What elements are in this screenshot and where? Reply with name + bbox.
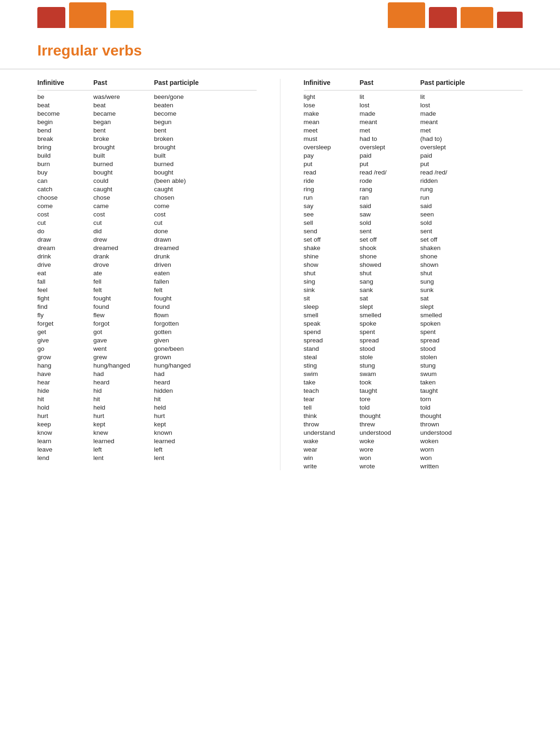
table-row: ringrangrung — [304, 185, 523, 193]
left-header-col3: Past participle — [154, 79, 229, 86]
left-table-header: Infinitive Past Past participle — [37, 79, 257, 91]
table-row: knowknewknown — [37, 428, 257, 437]
color-block-2 — [69, 2, 106, 28]
table-row: throwthrewthrown — [304, 420, 523, 428]
table-row: bewas/werebeen/gone — [37, 92, 257, 101]
table-row: lightlitlit — [304, 92, 523, 101]
table-row: drivedrovedriven — [37, 260, 257, 269]
table-row: catchcaughtcaught — [37, 185, 257, 193]
color-block-3 — [110, 10, 133, 28]
table-row: wakewokewoken — [304, 437, 523, 445]
table-row: dreamdreameddreamed — [37, 244, 257, 252]
table-row: givegavegiven — [37, 336, 257, 344]
table-row: smellsmelledsmelled — [304, 311, 523, 319]
table-row: hidehidhidden — [37, 386, 257, 395]
table-row: sleepsleptslept — [304, 302, 523, 311]
table-row: singsangsung — [304, 277, 523, 285]
table-row: oversleepoversleptoverslept — [304, 143, 523, 151]
table-row: leaveleftleft — [37, 445, 257, 453]
table-row: beginbeganbegun — [37, 118, 257, 126]
table-row: understandunderstoodunderstood — [304, 428, 523, 437]
table-row: swimswamswum — [304, 369, 523, 378]
table-row: hanghung/hangedhung/hanged — [37, 361, 257, 369]
table-row: eatateeaten — [37, 269, 257, 277]
color-block-7 — [497, 12, 523, 28]
table-row: shineshoneshone — [304, 252, 523, 260]
table-row: spendspentspent — [304, 327, 523, 336]
table-row: spreadspreadspread — [304, 336, 523, 344]
table-row: burnburnedburned — [37, 160, 257, 168]
table-row: holdheldheld — [37, 403, 257, 411]
table-row: cancould(been able) — [37, 176, 257, 185]
table-row: cutcutcut — [37, 218, 257, 227]
table-row: teartoretorn — [304, 395, 523, 403]
table-row: choosechosechosen — [37, 193, 257, 202]
table-row: hurthurthurt — [37, 411, 257, 420]
table-row: feelfeltfelt — [37, 285, 257, 294]
table-row: learnlearnedlearned — [37, 437, 257, 445]
table-row: saysaidsaid — [304, 202, 523, 210]
color-block-4 — [388, 2, 425, 28]
right-header-col2: Past — [360, 79, 420, 86]
right-verb-table: Infinitive Past Past participle lightlit… — [304, 79, 523, 470]
table-row: sendsentsent — [304, 227, 523, 235]
table-row: stingstungstung — [304, 361, 523, 369]
table-row: stealstolestolen — [304, 353, 523, 361]
left-verb-table: Infinitive Past Past participle bewas/we… — [37, 79, 257, 470]
table-row: meanmeantmeant — [304, 118, 523, 126]
table-row: drinkdrankdrunk — [37, 252, 257, 260]
left-verb-rows: bewas/werebeen/gonebeatbeatbeatenbecomeb… — [37, 92, 257, 462]
right-header-col1: Infinitive — [304, 79, 360, 86]
column-divider — [280, 79, 280, 470]
table-row: wearworeworn — [304, 445, 523, 453]
header-section: Irregular verbs — [0, 28, 560, 70]
table-row: buildbuiltbuilt — [37, 151, 257, 160]
color-block-6 — [461, 7, 493, 28]
table-row: set offset offset off — [304, 235, 523, 244]
table-row: keepkeptkept — [37, 420, 257, 428]
table-row: fightfoughtfought — [37, 294, 257, 302]
table-row: dodiddone — [37, 227, 257, 235]
table-row: comecamecome — [37, 202, 257, 210]
table-row: winwonwon — [304, 453, 523, 462]
table-row: runranrun — [304, 193, 523, 202]
table-row: shakeshookshaken — [304, 244, 523, 252]
table-row: telltoldtold — [304, 403, 523, 411]
table-row: buyboughtbought — [37, 168, 257, 176]
color-block-1 — [37, 7, 65, 28]
table-row: beatbeatbeaten — [37, 101, 257, 109]
table-row: writewrotewritten — [304, 462, 523, 470]
right-header-col3: Past participle — [420, 79, 495, 86]
table-row: readread /red/read /red/ — [304, 168, 523, 176]
left-header-col1: Infinitive — [37, 79, 93, 86]
table-row: putputput — [304, 160, 523, 168]
table-row: getgotgotten — [37, 327, 257, 336]
table-row: becomebecamebecome — [37, 109, 257, 118]
table-row: speakspokespoken — [304, 319, 523, 327]
page-title: Irregular verbs — [37, 37, 523, 64]
color-block-5 — [429, 7, 457, 28]
table-row: breakbrokebroken — [37, 134, 257, 143]
table-row: growgrewgrown — [37, 353, 257, 361]
table-row: bendbentbent — [37, 126, 257, 134]
table-row: findfoundfound — [37, 302, 257, 311]
table-row: makemademade — [304, 109, 523, 118]
table-row: costcostcost — [37, 210, 257, 218]
table-row: loselostlost — [304, 101, 523, 109]
table-row: rideroderidden — [304, 176, 523, 185]
table-row: teachtaughttaught — [304, 386, 523, 395]
table-row: taketooktaken — [304, 378, 523, 386]
top-bar — [0, 0, 560, 28]
right-table-header: Infinitive Past Past participle — [304, 79, 523, 91]
right-verb-rows: lightlitlitloselostlostmakemademademeanm… — [304, 92, 523, 470]
table-row: paypaidpaid — [304, 151, 523, 160]
left-header-col2: Past — [93, 79, 154, 86]
table-row: thinkthoughtthought — [304, 411, 523, 420]
table-row: shutshutshut — [304, 269, 523, 277]
table-row: sellsoldsold — [304, 218, 523, 227]
table-row: gowentgone/been — [37, 344, 257, 353]
table-row: lendlentlent — [37, 453, 257, 462]
table-row: sitsatsat — [304, 294, 523, 302]
table-row: sinksanksunk — [304, 285, 523, 294]
table-row: havehadhad — [37, 369, 257, 378]
